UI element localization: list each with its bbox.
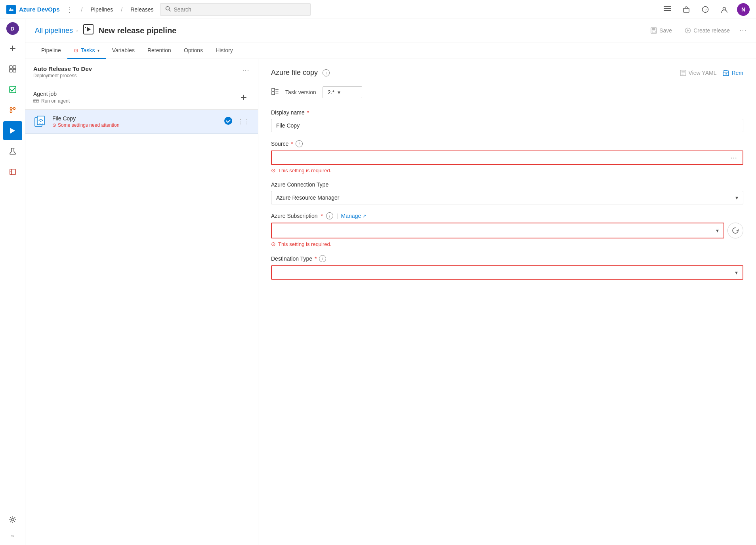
tab-tasks[interactable]: ⊙ Tasks ▾: [67, 42, 106, 59]
agent-job-row: Agent job Run on agent: [25, 85, 258, 110]
display-name-input[interactable]: [271, 119, 743, 132]
sidebar-item-check[interactable]: [3, 80, 22, 99]
nav-user-icon-button[interactable]: [718, 3, 731, 16]
main-content: All pipelines › New release pipeline Sav…: [25, 19, 756, 545]
sidebar-item-pipeline[interactable]: [3, 121, 22, 140]
remove-button[interactable]: Rem: [723, 70, 743, 76]
azure-subscription-refresh-button[interactable]: [727, 223, 743, 238]
sidebar-user-avatar[interactable]: D: [6, 22, 19, 35]
tab-history[interactable]: History: [209, 42, 239, 59]
tasks-tab-error-icon: ⊙: [74, 47, 78, 53]
breadcrumb-all-pipelines-link[interactable]: All pipelines: [35, 27, 73, 35]
azure-connection-type-label: Azure Connection Type: [271, 181, 743, 188]
nav-sep-2: /: [121, 6, 122, 13]
svg-line-2: [169, 10, 170, 11]
nav-help-icon-button[interactable]: ?: [699, 3, 712, 16]
display-name-required-star: *: [307, 109, 309, 116]
source-input-wrapper: ⋯: [271, 151, 743, 165]
sidebar-collapse-button[interactable]: »: [8, 530, 17, 542]
tab-options[interactable]: Options: [178, 42, 209, 59]
azure-connection-type-value: Azure Resource Manager: [276, 194, 340, 201]
task-warning-text: Some settings need attention: [58, 122, 119, 128]
form-title-info-icon[interactable]: i: [323, 69, 330, 76]
pipe-separator: |: [336, 213, 338, 219]
agent-job-sub: Run on agent: [33, 98, 70, 104]
nav-list-icon-button[interactable]: [661, 3, 674, 16]
svg-marker-50: [272, 92, 275, 95]
agent-job-add-button[interactable]: [237, 91, 250, 104]
source-browse-button[interactable]: ⋯: [725, 151, 743, 165]
svg-rect-22: [10, 169, 15, 175]
sidebar-item-plus[interactable]: [3, 39, 22, 58]
task-version-select[interactable]: 2.* ▾: [323, 86, 362, 98]
svg-marker-31: [687, 29, 689, 32]
task-file-copy-icon: [33, 114, 48, 129]
azure-subscription-info-icon[interactable]: i: [326, 212, 333, 219]
search-icon: [165, 6, 171, 13]
azure-devops-logo[interactable]: Azure DevOps: [6, 5, 60, 14]
search-box[interactable]: [160, 3, 311, 16]
content-area: Auto Release To Dev Deployment process ⋯…: [25, 59, 756, 545]
azure-subscription-select-row: ▾: [271, 223, 743, 238]
pipeline-header-icon: [83, 24, 94, 37]
form-title: Azure file copy: [271, 69, 318, 77]
azure-subscription-error-icon: ⊙: [271, 241, 276, 247]
svg-marker-20: [10, 128, 15, 133]
display-name-field-group: Display name *: [271, 109, 743, 132]
destination-type-required-star: *: [315, 255, 317, 262]
sidebar-item-board[interactable]: [3, 59, 22, 78]
sidebar-item-package[interactable]: [3, 162, 22, 181]
user-avatar[interactable]: N: [737, 3, 750, 16]
form-header: Azure file copy i View YAML Rem: [271, 69, 743, 77]
nav-bag-icon-button[interactable]: [680, 3, 693, 16]
nav-more-button[interactable]: ⋮: [63, 4, 76, 15]
svg-rect-5: [664, 10, 671, 11]
pipeline-info: Auto Release To Dev Deployment process: [33, 65, 92, 78]
source-required-star: *: [291, 141, 293, 147]
search-input[interactable]: [174, 6, 305, 13]
view-yaml-button[interactable]: View YAML: [680, 70, 717, 76]
azure-subscription-error-message: ⊙ This setting is required.: [271, 241, 743, 247]
tasks-tab-content: ⊙ Tasks ▾: [74, 47, 99, 53]
page-header: All pipelines › New release pipeline Sav…: [25, 19, 756, 42]
source-input[interactable]: [271, 151, 725, 165]
azure-subscription-select[interactable]: ▾: [271, 223, 724, 238]
destination-type-select[interactable]: ▾: [271, 265, 743, 280]
task-version-label: Task version: [285, 89, 316, 95]
svg-rect-3: [664, 6, 671, 7]
task-drag-handle[interactable]: ⋮⋮: [237, 118, 250, 126]
sidebar: D »: [0, 19, 25, 545]
sidebar-item-git[interactable]: [3, 101, 22, 120]
azure-subscription-chevron-icon: ▾: [716, 227, 719, 234]
tab-variables[interactable]: Variables: [106, 42, 141, 59]
nav-pipelines-link[interactable]: Pipelines: [87, 5, 116, 14]
svg-point-23: [11, 518, 14, 521]
source-error-icon: ⊙: [271, 167, 276, 173]
source-info-icon[interactable]: i: [296, 140, 303, 147]
destination-type-label: Destination Type * i: [271, 255, 743, 262]
tab-pipeline[interactable]: Pipeline: [35, 42, 67, 59]
azure-subscription-required-star: *: [321, 213, 323, 219]
sidebar-item-flask[interactable]: [3, 142, 22, 161]
svg-rect-12: [10, 66, 12, 69]
sidebar-item-settings[interactable]: [3, 510, 22, 529]
form-header-actions: View YAML Rem: [680, 70, 743, 76]
azure-connection-type-field-group: Azure Connection Type Azure Resource Man…: [271, 181, 743, 204]
nav-right-actions: ? N: [661, 3, 750, 16]
pipeline-subtitle: Deployment process: [33, 73, 92, 78]
save-button[interactable]: Save: [647, 26, 675, 35]
task-file-copy-item[interactable]: File Copy ⊙ Some settings need attention…: [25, 110, 258, 134]
task-warning-icon: ⊙: [52, 122, 56, 128]
remove-label: Rem: [731, 70, 743, 76]
svg-rect-39: [37, 116, 44, 125]
page-header-more-button[interactable]: ⋯: [739, 26, 746, 35]
manage-link[interactable]: Manage ↗: [341, 213, 367, 219]
destination-type-info-icon[interactable]: i: [319, 255, 326, 262]
tab-retention[interactable]: Retention: [141, 42, 178, 59]
pipeline-header-more-button[interactable]: ⋯: [241, 65, 250, 76]
nav-releases-link[interactable]: Releases: [127, 5, 157, 14]
create-release-button[interactable]: Create release: [682, 26, 733, 35]
agent-job-info: Agent job Run on agent: [33, 91, 70, 104]
svg-text:?: ?: [704, 8, 706, 12]
azure-connection-type-select[interactable]: Azure Resource Manager ▾: [271, 191, 743, 204]
